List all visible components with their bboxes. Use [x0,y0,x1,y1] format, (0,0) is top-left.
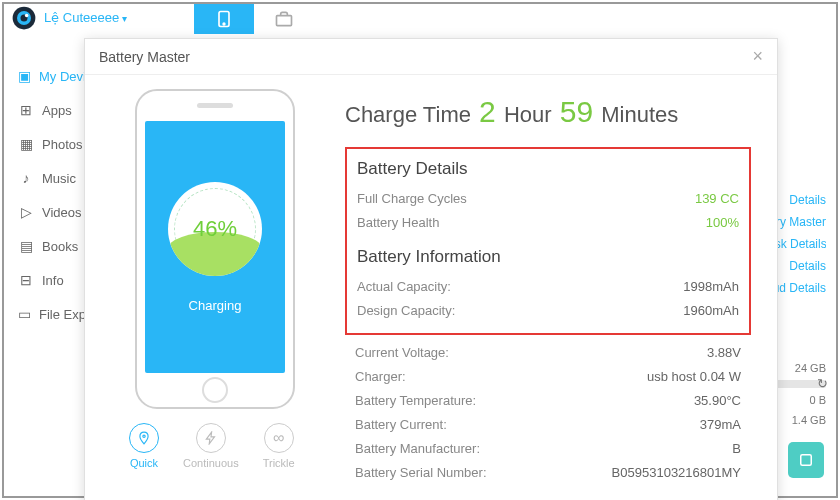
mode-label: Trickle [263,457,295,469]
info-icon: ⊟ [18,272,34,288]
top-header: Lệ Cuteeeee [4,4,836,34]
charge-hours: 2 [477,95,498,128]
app-logo-icon [10,4,38,32]
sidebar-item-my-devices[interactable]: ▣My Devices [4,59,84,93]
row-battery-temperature: Battery Temperature:35.90°C [345,389,751,413]
svg-rect-6 [277,16,292,26]
refresh-icon[interactable]: ↻ [817,374,828,394]
sidebar-item-label: Books [42,239,78,254]
svg-point-8 [143,435,145,437]
sidebar: ▣My Devices ⊞Apps ▦Photos ♪Music ▷Videos… [4,59,84,331]
videos-icon: ▷ [18,204,34,220]
phone-screen: 46% Charging [145,121,285,373]
charging-status: Charging [189,298,242,313]
details-link[interactable]: Details [772,189,826,211]
export-icon [797,451,815,469]
toolbox-icon [274,9,294,29]
battery-master-link[interactable]: ry Master [772,211,826,233]
sidebar-item-apps[interactable]: ⊞Apps [4,93,84,127]
svg-point-5 [223,23,225,25]
sidebar-item-photos[interactable]: ▦Photos [4,127,84,161]
row-current-voltage: Current Voltage:3.88V [345,341,751,365]
device-icon: ▣ [18,68,31,84]
charge-time-heading: Charge Time 2 Hour 59 Minutes [345,95,751,129]
row-design-capacity: Design Capacity:1960mAh [357,299,739,323]
nav-tab-device[interactable] [194,4,254,34]
photos-icon: ▦ [18,136,34,152]
disk-details-link[interactable]: isk Details [772,233,826,255]
row-battery-serial: Battery Serial Number:B05953103216801MY [345,461,751,485]
row-charger: Charger:usb host 0.04 W [345,365,751,389]
sidebar-item-label: Music [42,171,76,186]
svg-rect-7 [801,455,812,466]
sidebar-item-label: Info [42,273,64,288]
icloud-details-link[interactable]: ud Details [772,277,826,299]
modal-title: Battery Master [99,49,190,65]
music-icon: ♪ [18,170,34,186]
infinity-icon: ∞ [264,423,294,453]
battery-details-heading: Battery Details [357,159,739,179]
mode-trickle[interactable]: ∞ Trickle [263,423,295,469]
rightside-links: Details ry Master isk Details Details ud… [772,189,826,299]
sidebar-item-label: Photos [42,137,82,152]
phone-mock: 46% Charging [135,89,295,409]
export-button[interactable] [788,442,824,478]
sidebar-item-info[interactable]: ⊟Info [4,263,84,297]
battery-ring: 46% [168,182,262,276]
sidebar-item-label: Videos [42,205,82,220]
tablet-icon [214,9,234,29]
sidebar-item-label: Apps [42,103,72,118]
close-button[interactable]: × [752,46,763,67]
home-button-icon [202,377,228,403]
row-battery-health: Battery Health 100% [357,211,739,235]
battery-information-heading: Battery Information [357,247,739,267]
pin-icon [129,423,159,453]
row-battery-manufacturer: Battery Manufacturer:B [345,437,751,461]
sidebar-item-videos[interactable]: ▷Videos [4,195,84,229]
details-link-2[interactable]: Details [772,255,826,277]
battery-percent: 46% [193,216,237,242]
mode-label: Continuous [183,457,239,469]
folder-icon: ▭ [18,306,31,322]
mode-label: Quick [130,457,158,469]
svg-point-3 [25,14,29,18]
apps-icon: ⊞ [18,102,34,118]
nav-tab-toolbox[interactable] [254,4,314,34]
highlight-box: Battery Details Full Charge Cycles 139 C… [345,147,751,335]
books-icon: ▤ [18,238,34,254]
username-dropdown[interactable]: Lệ Cuteeeee [44,10,127,25]
charge-minutes: 59 [558,95,595,128]
battery-master-modal: Battery Master × 46% Charging [84,38,778,500]
row-battery-current: Battery Current:379mA [345,413,751,437]
phone-speaker [197,103,233,108]
row-full-charge-cycles: Full Charge Cycles 139 CC [357,187,739,211]
bolt-icon [196,423,226,453]
mode-continuous[interactable]: Continuous [183,423,239,469]
sidebar-item-music[interactable]: ♪Music [4,161,84,195]
row-actual-capacity: Actual Capacity:1998mAh [357,275,739,299]
sidebar-item-file-explorer[interactable]: ▭File Explorer [4,297,84,331]
sidebar-item-books[interactable]: ▤Books [4,229,84,263]
mode-quick[interactable]: Quick [129,423,159,469]
